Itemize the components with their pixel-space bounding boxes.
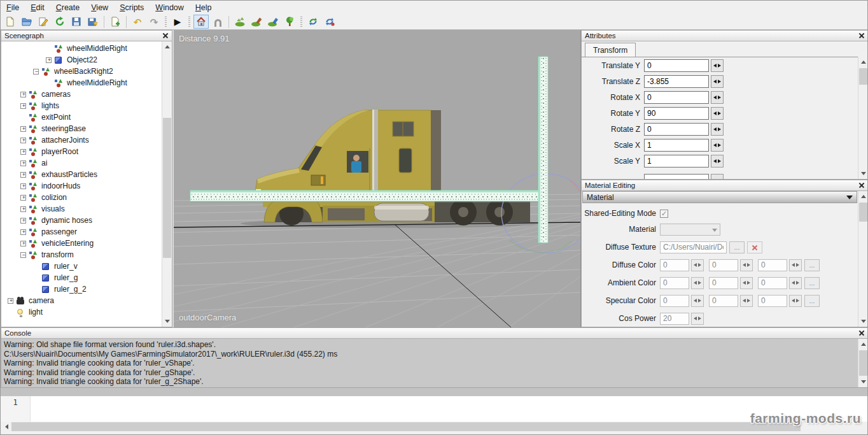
scroll-down-icon[interactable] — [858, 169, 868, 179]
spinner-button[interactable] — [691, 259, 704, 271]
spinner-button[interactable] — [711, 139, 724, 152]
snap-magnet-button[interactable] — [210, 15, 225, 29]
spinner-button[interactable] — [711, 107, 724, 120]
menu-item[interactable]: Create — [50, 1, 86, 14]
viewport-3d[interactable]: Distance 9.91 outdoorCamera — [174, 30, 580, 327]
color-b-input[interactable] — [758, 277, 787, 289]
tree-item[interactable]: attacherJoints — [1, 134, 162, 146]
close-icon[interactable] — [858, 182, 865, 189]
close-icon[interactable] — [858, 32, 865, 39]
close-icon[interactable] — [858, 330, 865, 336]
color-g-input[interactable] — [709, 277, 738, 289]
expander-icon[interactable] — [20, 172, 26, 178]
expander-icon[interactable] — [20, 149, 26, 155]
scroll-left-icon[interactable] — [1, 422, 11, 432]
color-r-input[interactable] — [660, 259, 689, 271]
scroll-up-icon[interactable] — [858, 57, 868, 67]
add-tree-button[interactable] — [282, 15, 297, 29]
browse-button[interactable]: ... — [729, 241, 745, 253]
scroll-thumb[interactable] — [11, 422, 801, 431]
spinner-button[interactable] — [691, 313, 704, 325]
color-g-input[interactable] — [709, 295, 738, 307]
spinner-button[interactable] — [711, 123, 724, 136]
edit-source-button[interactable] — [36, 15, 51, 29]
menu-item[interactable]: Scripts — [114, 1, 150, 14]
menu-item[interactable]: File — [1, 1, 25, 14]
scroll-thumb[interactable] — [859, 350, 867, 376]
tree-item[interactable]: lights — [1, 100, 162, 111]
tree-item[interactable]: wheelMiddleRight — [1, 77, 162, 89]
spinner-button[interactable] — [740, 259, 753, 271]
console-scrollbar[interactable] — [858, 339, 868, 387]
scroll-thumb[interactable] — [859, 203, 867, 222]
spinner-button[interactable] — [711, 91, 724, 104]
expander-icon[interactable] — [20, 92, 26, 97]
value-input[interactable] — [644, 139, 709, 152]
value-input[interactable] — [644, 123, 709, 136]
reload-button[interactable] — [52, 15, 67, 29]
new-file-button[interactable] — [3, 15, 18, 29]
color-g-input[interactable] — [709, 259, 738, 271]
scroll-down-icon[interactable] — [858, 317, 868, 327]
terrain-paint-button[interactable] — [249, 15, 264, 29]
spinner-button[interactable] — [691, 295, 704, 307]
save-as-button[interactable] — [85, 15, 101, 29]
expander-icon[interactable] — [20, 218, 26, 224]
add-script-button[interactable] — [108, 15, 123, 29]
tree-item[interactable]: ai — [1, 157, 162, 169]
remove-texture-icon[interactable] — [747, 241, 762, 253]
scroll-up-icon[interactable] — [162, 41, 172, 52]
tab-transform[interactable]: Transform — [585, 43, 636, 57]
spinner-button[interactable] — [711, 75, 724, 88]
spinner-button[interactable] — [789, 259, 802, 271]
material-scrollbar[interactable] — [858, 191, 868, 327]
expander-icon[interactable] — [20, 195, 26, 201]
expander-icon[interactable] — [46, 57, 52, 63]
horizontal-scrollbar[interactable] — [1, 422, 868, 432]
expander-icon[interactable] — [20, 103, 26, 109]
menu-item[interactable]: View — [85, 1, 114, 14]
expander-icon[interactable] — [20, 183, 26, 189]
expander-icon[interactable] — [20, 206, 26, 212]
value-input[interactable] — [644, 107, 709, 120]
tree-item[interactable]: ruler_g — [1, 272, 162, 283]
tree-item[interactable]: steeringBase — [1, 123, 162, 134]
tree-item[interactable]: indoorHuds — [1, 180, 162, 192]
console-splitter[interactable] — [1, 388, 868, 396]
close-icon[interactable] — [162, 32, 169, 39]
menu-item[interactable]: Edit — [25, 1, 50, 14]
spinner-button[interactable] — [740, 295, 753, 307]
expander-icon[interactable] — [20, 138, 26, 143]
tree-item[interactable]: ruler_g_2 — [1, 283, 162, 295]
redo-button[interactable]: ↷ — [146, 15, 162, 29]
tree-item[interactable]: dynamic hoses — [1, 215, 162, 226]
tree-item[interactable]: playerRoot — [1, 146, 162, 157]
tree-item[interactable]: vehicleEntering — [1, 238, 162, 249]
terrain-sculpt-button[interactable] — [232, 15, 248, 29]
camera-home-button[interactable] — [193, 15, 209, 29]
menu-item[interactable]: Help — [190, 1, 218, 14]
scroll-down-icon[interactable] — [162, 317, 172, 327]
reload-shaders-button[interactable] — [322, 15, 337, 29]
color-picker-button[interactable]: ... — [804, 259, 820, 271]
tree-item[interactable]: passenger — [1, 226, 162, 238]
cos-power-input[interactable] — [660, 313, 689, 325]
scroll-up-icon[interactable] — [858, 339, 868, 349]
spinner-button[interactable] — [691, 277, 704, 289]
expander-icon[interactable] — [20, 160, 26, 166]
console-log[interactable]: Warning: Old shape file format version f… — [1, 339, 858, 387]
tree-item[interactable]: exhaustParticles — [1, 169, 162, 180]
tree-item[interactable]: colizion — [1, 192, 162, 203]
tree-item[interactable]: Object22 — [1, 54, 162, 66]
tree-item[interactable]: wheelMiddleRight — [1, 43, 162, 54]
attributes-scrollbar[interactable] — [858, 57, 868, 179]
spinner-button[interactable] — [711, 174, 724, 179]
terrain-foliage-button[interactable] — [265, 15, 281, 29]
save-button[interactable] — [69, 15, 84, 29]
spinner-button[interactable] — [711, 155, 724, 168]
color-picker-button[interactable]: ... — [804, 277, 820, 289]
diffuse-texture-input[interactable] — [660, 241, 727, 253]
scroll-thumb[interactable] — [859, 68, 867, 85]
open-file-button[interactable] — [19, 15, 34, 29]
spinner-button[interactable] — [711, 59, 724, 72]
